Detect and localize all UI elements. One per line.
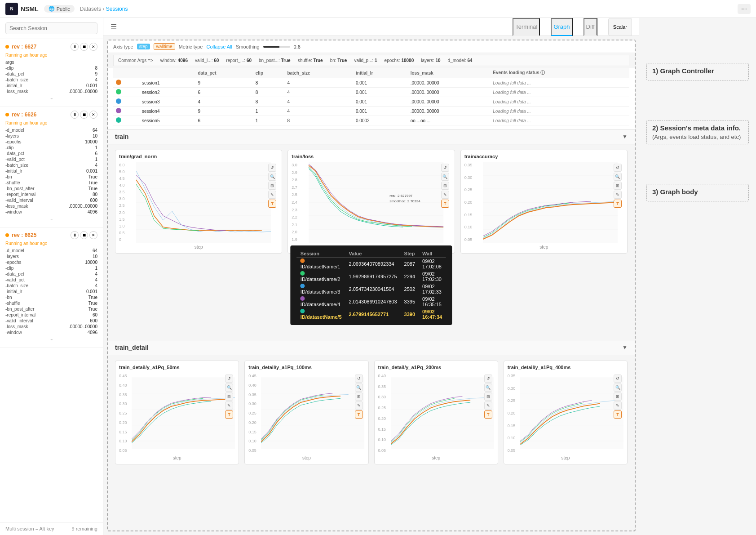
th-loss-mask: loss_mask: [408, 68, 491, 78]
td-clip: 8: [253, 88, 285, 97]
close-btn-6627[interactable]: ✕: [89, 43, 97, 51]
close-btn-6626[interactable]: ✕: [89, 111, 97, 119]
select-icon-50ms[interactable]: ⊞: [225, 392, 233, 401]
select-icon-100ms[interactable]: ⊞: [355, 392, 363, 401]
more-button[interactable]: ···: [738, 4, 751, 14]
sidebar: rev : 6627 ⏸ ⏹ ✕ Running an hour ago arg…: [0, 18, 103, 535]
step-tag[interactable]: step: [137, 44, 150, 49]
td-tooltip-value: 2.054734230041504: [345, 283, 401, 295]
t-icon-accuracy[interactable]: T: [614, 200, 622, 208]
edit-icon-grad-norm[interactable]: ✎: [268, 191, 276, 199]
breadcrumb: Datasets › Sessions: [80, 6, 128, 12]
pause-btn-6627[interactable]: ⏸: [71, 43, 79, 51]
pause-btn-6625[interactable]: ⏸: [71, 231, 79, 239]
zoom-icon-grad-norm[interactable]: 🔍: [268, 173, 276, 181]
zoom-icon-400ms[interactable]: 🔍: [614, 383, 622, 392]
select-icon-200ms[interactable]: ⊞: [484, 392, 492, 401]
public-pill[interactable]: 🌐 Public: [44, 5, 75, 13]
smoothing-slider[interactable]: [263, 46, 290, 48]
session-item-6625: rev : 6625 ⏸ ⏹ ✕ Running an hour ago -d_…: [0, 227, 103, 348]
y-labels-grad-norm: 6.05.04.54.03.53.02.52.01.51.00.50: [119, 162, 125, 243]
edit-icon-100ms[interactable]: ✎: [355, 401, 363, 410]
refresh-icon-grad-norm[interactable]: ↺: [268, 164, 276, 172]
more-args-6627[interactable]: ···: [5, 94, 97, 103]
x-label-200ms: step: [378, 455, 494, 460]
refresh-icon-loss[interactable]: ↺: [441, 164, 449, 172]
section-arrow-train-detail[interactable]: ▼: [622, 344, 628, 351]
rev-6627[interactable]: rev : 6627: [12, 44, 36, 50]
td-initial-lr: 0.0002: [353, 116, 408, 125]
t-icon-100ms[interactable]: T: [355, 410, 363, 419]
refresh-icon-400ms[interactable]: ↺: [614, 374, 622, 383]
rev-6625[interactable]: rev : 6625: [12, 232, 36, 238]
edit-icon-50ms[interactable]: ✎: [225, 401, 233, 410]
select-icon-grad-norm[interactable]: ⊞: [268, 182, 276, 190]
ca-epochs: epochs: 10000: [385, 58, 414, 63]
rev-6626[interactable]: rev : 6626: [12, 111, 36, 118]
th-initial-lr: initial_lr: [353, 68, 408, 78]
hamburger-icon[interactable]: ☰: [111, 22, 117, 31]
td-events: Loading full data ...: [490, 107, 629, 116]
close-btn-6625[interactable]: ✕: [89, 231, 97, 239]
edit-icon-400ms[interactable]: ✎: [614, 401, 622, 410]
walltime-tag[interactable]: walltime: [154, 43, 175, 50]
zoom-icon-accuracy[interactable]: 🔍: [614, 173, 622, 181]
edit-icon-loss[interactable]: ✎: [441, 191, 449, 199]
select-icon-400ms[interactable]: ⊞: [614, 392, 622, 401]
tooltip-row: ID/datasetName/2 1.9929869174957275 2294…: [297, 270, 446, 283]
zoom-icon-loss[interactable]: 🔍: [441, 173, 449, 181]
td-tooltip-wall: 09/02 16:35:15: [419, 295, 446, 308]
t-icon-50ms[interactable]: T: [225, 410, 233, 419]
td-tooltip-step: 2502: [401, 283, 419, 295]
collapse-all-btn[interactable]: Collapse All: [206, 44, 232, 49]
td-batch-size: 4: [284, 88, 353, 97]
chart-icons-100ms: ↺ 🔍 ⊞ ✎ T: [355, 374, 363, 419]
zoom-icon-200ms[interactable]: 🔍: [484, 383, 492, 392]
ca-d-model: d_model: 64: [448, 58, 473, 63]
chart-icons-loss: ↺ 🔍 ⊞ ✎ T: [441, 164, 449, 208]
chart-title-accuracy: train/accuracy: [464, 154, 623, 159]
refresh-icon-100ms[interactable]: ↺: [355, 374, 363, 383]
ca-label: Common Args =>: [118, 58, 153, 63]
stop-btn-6627[interactable]: ⏹: [80, 43, 88, 51]
pause-btn-6626[interactable]: ⏸: [71, 111, 79, 119]
search-input[interactable]: [5, 22, 97, 34]
section-arrow-train[interactable]: ▼: [622, 134, 628, 140]
tab-graph[interactable]: Graph: [551, 18, 572, 36]
td-indicator: [113, 88, 139, 97]
td-tooltip-session: ID/datasetName/5: [297, 308, 345, 321]
t-icon-grad-norm[interactable]: T: [268, 200, 276, 208]
tab-terminal[interactable]: Terminal: [513, 18, 540, 36]
more-args-6625[interactable]: ···: [5, 335, 97, 344]
edit-icon-accuracy[interactable]: ✎: [614, 191, 622, 199]
tab-diff[interactable]: Diff: [584, 18, 597, 36]
td-initial-lr: 0.001: [353, 88, 408, 97]
tooltip-header-row: Session Value Step Wall: [297, 250, 446, 258]
refresh-icon-accuracy[interactable]: ↺: [614, 164, 622, 172]
more-args-6626[interactable]: ···: [5, 215, 97, 223]
refresh-icon-200ms[interactable]: ↺: [484, 374, 492, 383]
charts-grid-train: train/grad_norm 6.05.04.54.03.53.02.52.0…: [108, 144, 635, 259]
tooltip-table: Session Value Step Wall ID/datasetName/1…: [297, 250, 446, 321]
refresh-icon-50ms[interactable]: ↺: [225, 374, 233, 383]
ca-layers: layers: 10: [421, 58, 440, 63]
t-icon-200ms[interactable]: T: [484, 410, 492, 419]
chart-inner-accuracy: 0.350.300.250.200.150.100.05: [464, 162, 623, 243]
zoom-icon-50ms[interactable]: 🔍: [225, 383, 233, 392]
edit-icon-200ms[interactable]: ✎: [484, 401, 492, 410]
y-labels-accuracy: 0.350.300.250.200.150.100.05: [464, 162, 473, 243]
chart-inner-50ms: 0.450.400.350.300.250.200.150.100.05: [119, 373, 235, 454]
t-icon-loss[interactable]: T: [441, 200, 449, 208]
scalar-button[interactable]: Scalar: [608, 18, 632, 36]
session-controls-6626: ⏸ ⏹ ✕: [71, 111, 97, 119]
select-icon-loss[interactable]: ⊞: [441, 182, 449, 190]
stop-btn-6625[interactable]: ⏹: [80, 231, 88, 239]
smoothing-value: 0.6: [294, 44, 301, 49]
chart-inner-200ms: 0.400.350.300.250.200.150.100.05: [378, 373, 494, 454]
chart-title-200ms: train_detail/y_a1Pq_200ms: [378, 365, 494, 370]
select-icon-accuracy[interactable]: ⊞: [614, 182, 622, 190]
section-header-train-detail: train_detail ▼: [108, 340, 635, 355]
t-icon-400ms[interactable]: T: [614, 410, 622, 419]
stop-btn-6626[interactable]: ⏹: [80, 111, 88, 119]
zoom-icon-100ms[interactable]: 🔍: [355, 383, 363, 392]
